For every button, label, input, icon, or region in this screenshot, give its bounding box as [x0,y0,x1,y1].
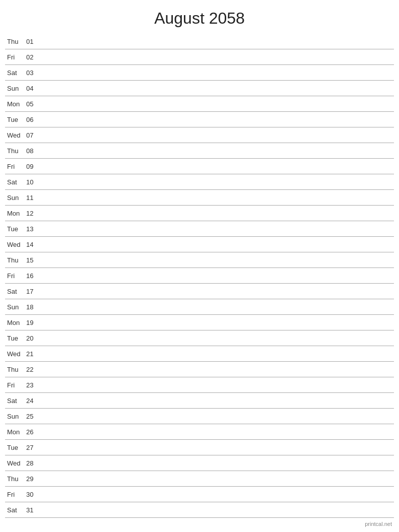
day-number: 20 [26,335,40,342]
day-number: 17 [26,288,40,295]
day-line [40,135,394,136]
day-row: Thu22 [5,362,394,377]
day-row: Sat03 [5,65,394,81]
day-name: Tue [5,116,26,123]
day-number: 02 [26,53,40,61]
day-line [40,229,394,229]
day-number: 16 [26,272,40,280]
day-row: Sat17 [5,284,394,299]
day-row: Sat24 [5,393,394,409]
day-number: 13 [26,225,40,233]
day-line [40,151,394,151]
day-row: Sat31 [5,502,394,518]
day-name: Sat [5,506,26,514]
day-name: Thu [5,256,26,264]
day-name: Thu [5,147,26,155]
day-line [40,385,394,385]
day-name: Tue [5,335,26,342]
day-number: 26 [26,428,40,436]
day-name: Fri [5,272,26,280]
day-number: 14 [26,241,40,248]
day-line [40,57,394,57]
footer-text: printcal.net [365,521,392,527]
day-line [40,213,394,214]
day-number: 19 [26,319,40,326]
day-row: Mon26 [5,424,394,440]
day-number: 21 [26,350,40,358]
day-number: 05 [26,100,40,108]
day-row: Wed07 [5,127,394,143]
day-row: Tue27 [5,440,394,455]
day-name: Fri [5,491,26,498]
day-row: Fri09 [5,159,394,174]
day-line [40,276,394,276]
day-line [40,369,394,370]
day-name: Sun [5,194,26,202]
day-name: Sat [5,178,26,186]
day-number: 30 [26,491,40,498]
day-row: Sat10 [5,174,394,190]
day-line [40,73,394,73]
day-number: 09 [26,163,40,170]
day-name: Thu [5,38,26,45]
day-name: Thu [5,366,26,373]
day-number: 28 [26,459,40,467]
day-number: 10 [26,178,40,186]
day-row: Fri02 [5,49,394,65]
day-row: Mon19 [5,315,394,330]
day-line [40,479,394,479]
day-number: 29 [26,475,40,483]
day-line [40,260,394,260]
day-row: Sun04 [5,81,394,96]
day-row: Sun18 [5,299,394,315]
day-name: Sat [5,397,26,405]
calendar-grid: Thu01Fri02Sat03Sun04Mon05Tue06Wed07Thu08… [0,34,399,518]
day-line [40,510,394,510]
day-name: Wed [5,131,26,139]
day-name: Sat [5,69,26,77]
day-line [40,104,394,104]
day-row: Tue20 [5,330,394,346]
day-row: Mon05 [5,96,394,112]
day-name: Mon [5,100,26,108]
day-number: 01 [26,38,40,45]
day-name: Sat [5,288,26,295]
day-number: 06 [26,116,40,123]
day-name: Tue [5,444,26,451]
day-line [40,119,394,120]
day-line [40,182,394,182]
day-name: Fri [5,381,26,389]
day-name: Thu [5,475,26,483]
day-row: Sun11 [5,190,394,206]
day-row: Thu08 [5,143,394,159]
day-number: 15 [26,256,40,264]
day-row: Wed28 [5,455,394,471]
day-number: 25 [26,413,40,420]
day-name: Mon [5,210,26,217]
day-name: Wed [5,241,26,248]
day-name: Sun [5,85,26,92]
day-number: 03 [26,69,40,77]
day-row: Thu01 [5,34,394,49]
day-name: Sun [5,303,26,311]
day-number: 04 [26,85,40,92]
day-row: Fri23 [5,377,394,393]
day-row: Mon12 [5,206,394,221]
day-line [40,432,394,432]
day-line [40,447,394,448]
day-name: Fri [5,53,26,61]
day-number: 27 [26,444,40,451]
day-row: Fri30 [5,487,394,502]
day-line [40,88,394,89]
day-line [40,166,394,167]
day-line [40,307,394,307]
day-line [40,463,394,463]
day-number: 07 [26,131,40,139]
day-number: 18 [26,303,40,311]
day-line [40,354,394,354]
day-row: Sun25 [5,409,394,424]
day-row: Wed14 [5,237,394,252]
day-line [40,401,394,401]
day-number: 12 [26,210,40,217]
day-line [40,494,394,495]
